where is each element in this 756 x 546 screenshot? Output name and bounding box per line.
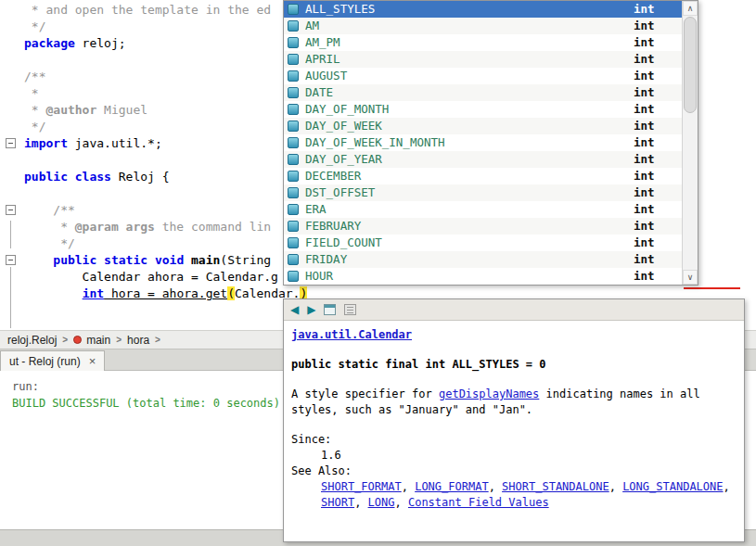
- field-icon: [288, 171, 299, 182]
- open-in-browser-icon[interactable]: [324, 304, 336, 315]
- see-also-link[interactable]: LONG: [368, 496, 395, 509]
- completion-item[interactable]: AUGUSTint: [284, 68, 682, 84]
- completion-item[interactable]: DAY_OF_YEARint: [284, 151, 682, 168]
- field-icon: [288, 20, 299, 32]
- scrollbar-thumb[interactable]: [684, 17, 697, 113]
- forward-icon[interactable]: ▶: [307, 304, 315, 315]
- output-tab[interactable]: ut - Reloj (run) ×: [0, 350, 105, 371]
- completion-item-name: AM: [305, 18, 634, 34]
- chevron-right-icon: >: [116, 335, 122, 345]
- completion-scrollbar[interactable]: ∧ ∨: [682, 1, 698, 285]
- completion-item[interactable]: FIELD_COUNTint: [284, 235, 682, 251]
- fold-guide-line: [10, 267, 11, 328]
- code-line[interactable]: * @param args the command lin: [24, 219, 307, 235]
- field-icon: [288, 121, 299, 132]
- code-line[interactable]: */: [24, 235, 307, 252]
- fold-toggle-icon[interactable]: [6, 138, 16, 148]
- output-console[interactable]: run:BUILD SUCCESSFUL (total time: 0 seco…: [0, 371, 283, 529]
- code-line[interactable]: Calendar ahora = Calendar.g: [24, 269, 307, 286]
- code-line[interactable]: /**: [24, 202, 307, 219]
- see-also-link[interactable]: LONG_FORMAT: [415, 480, 488, 493]
- field-icon: [288, 271, 299, 282]
- completion-item-name: AUGUST: [305, 68, 634, 84]
- completion-item[interactable]: AM_PMint: [284, 34, 682, 51]
- code-line[interactable]: package reloj;: [24, 35, 307, 52]
- completion-item-type: int: [634, 34, 680, 51]
- completion-item-type: int: [634, 68, 680, 84]
- completion-item[interactable]: DAY_OF_MONTHint: [284, 101, 682, 118]
- fold-toggle-icon[interactable]: [6, 205, 16, 215]
- description-text: A style specifier for: [291, 387, 439, 400]
- field-signature: public static final int ALL_STYLES = 0: [291, 357, 737, 373]
- completion-item[interactable]: DAY_OF_WEEK_IN_MONTHint: [284, 134, 682, 151]
- completion-item-type: int: [634, 134, 680, 151]
- code-line[interactable]: public class Reloj {: [24, 169, 307, 185]
- back-icon[interactable]: ◀: [290, 304, 299, 315]
- field-icon: [288, 187, 299, 198]
- completion-item-name: DAY_OF_WEEK: [305, 118, 634, 134]
- getdisplaynames-link[interactable]: getDisplayNames: [439, 387, 539, 400]
- field-icon: [288, 204, 299, 215]
- completion-item-name: DATE: [305, 84, 634, 101]
- scroll-up-icon[interactable]: ∧: [683, 1, 698, 16]
- code-line[interactable]: * and open the template in the ed: [24, 2, 307, 19]
- completion-item[interactable]: DAY_OF_WEEKint: [284, 118, 682, 134]
- breadcrumb-item[interactable]: hora: [127, 334, 149, 347]
- completion-item-name: DST_OFFSET: [305, 184, 634, 201]
- scroll-down-icon[interactable]: ∨: [683, 270, 698, 285]
- completion-item[interactable]: ALL_STYLESint: [284, 1, 682, 18]
- completion-item[interactable]: DST_OFFSETint: [284, 184, 682, 201]
- completion-item[interactable]: HOURint: [284, 268, 682, 285]
- see-also-link[interactable]: SHORT: [321, 496, 354, 509]
- completion-item[interactable]: APRILint: [284, 51, 682, 68]
- field-icon: [288, 87, 299, 98]
- code-line[interactable]: import java.util.*;: [24, 135, 307, 152]
- see-also-link[interactable]: SHORT_FORMAT: [321, 480, 402, 493]
- class-link[interactable]: java.util.Calendar: [291, 328, 412, 341]
- completion-item-type: int: [634, 251, 680, 268]
- code-line[interactable]: int hora = ahora.get(Calendar.): [24, 286, 307, 302]
- output-line: run:: [12, 378, 283, 395]
- code-line[interactable]: [24, 152, 307, 169]
- code-line[interactable]: [24, 52, 307, 69]
- completion-item-type: int: [634, 151, 680, 168]
- field-icon: [288, 237, 299, 248]
- completion-item[interactable]: FRIDAYint: [284, 251, 682, 268]
- code-line[interactable]: /**: [24, 69, 307, 85]
- code-line[interactable]: */: [24, 19, 307, 35]
- see-also-link[interactable]: LONG_STANDALONE: [622, 480, 723, 493]
- completion-item[interactable]: FEBRUARYint: [284, 218, 682, 235]
- completion-item-name: DAY_OF_YEAR: [305, 151, 634, 168]
- completion-item-name: ERA: [305, 201, 634, 218]
- breadcrumb-item[interactable]: reloj.Reloj: [7, 334, 57, 347]
- completion-item-type: int: [634, 84, 680, 101]
- javadoc-content: java.util.Calendar public static final i…: [284, 321, 744, 517]
- close-icon[interactable]: ×: [89, 355, 96, 367]
- breadcrumb-item[interactable]: main: [86, 334, 110, 347]
- code-line[interactable]: *: [24, 85, 307, 102]
- code-line[interactable]: public static void main(String: [24, 252, 307, 269]
- completion-list[interactable]: ALL_STYLESintAMintAM_PMintAPRILintAUGUST…: [284, 1, 682, 285]
- completion-item-type: int: [634, 235, 680, 251]
- completion-item[interactable]: DECEMBERint: [284, 168, 682, 184]
- see-also-link[interactable]: SHORT_STANDALONE: [502, 480, 609, 493]
- field-icon: [288, 4, 299, 15]
- see-also-link[interactable]: Constant Field Values: [408, 496, 549, 509]
- completion-item[interactable]: DATEint: [284, 84, 682, 101]
- code-line[interactable]: [24, 185, 307, 202]
- code-line[interactable]: */: [24, 119, 307, 135]
- completion-item[interactable]: ERAint: [284, 201, 682, 218]
- copy-doc-icon[interactable]: [344, 304, 356, 315]
- code-text[interactable]: * and open the template in the ed */pack…: [24, 2, 307, 302]
- completion-item[interactable]: AMint: [284, 18, 682, 34]
- code-line[interactable]: * @author Miguel: [24, 102, 307, 119]
- fold-toggle-icon[interactable]: [6, 255, 16, 265]
- field-icon: [288, 221, 299, 232]
- field-icon: [288, 54, 299, 65]
- fold-guide-line: [10, 221, 11, 248]
- red-dot-icon: [73, 336, 82, 344]
- completion-item-name: DAY_OF_WEEK_IN_MONTH: [305, 134, 634, 151]
- completion-item-type: int: [634, 201, 680, 218]
- completion-item-name: DECEMBER: [305, 168, 634, 184]
- since-label: Since:: [291, 432, 737, 448]
